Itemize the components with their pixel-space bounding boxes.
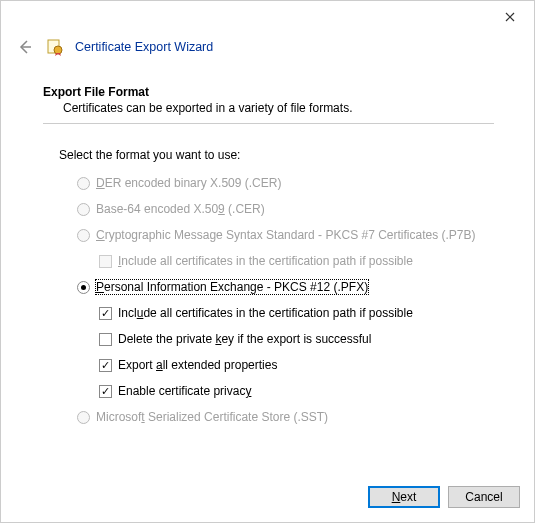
wizard-title: Certificate Export Wizard: [75, 40, 213, 54]
radio-icon: [77, 281, 90, 294]
close-button[interactable]: [490, 3, 530, 31]
section-subtitle: Certificates can be exported in a variet…: [43, 101, 494, 115]
radio-pkcs7-label: Cryptographic Message Syntax Standard - …: [96, 228, 476, 242]
radio-der-label: DER encoded binary X.509 (.CER): [96, 176, 281, 190]
radio-icon: [77, 229, 90, 242]
radio-base64-label: Base-64 encoded X.509 (.CER): [96, 202, 265, 216]
certificate-icon: [45, 37, 65, 57]
format-prompt: Select the format you want to use:: [43, 148, 494, 162]
radio-icon: [77, 411, 90, 424]
radio-sst-label: Microsoft Serialized Certificate Store (…: [96, 410, 328, 424]
check-pfx-enable-privacy[interactable]: ✓ Enable certificate privacy: [99, 382, 494, 400]
format-radio-group: DER encoded binary X.509 (.CER) Base-64 …: [43, 174, 494, 426]
radio-icon: [77, 177, 90, 190]
svg-point-4: [54, 46, 62, 54]
back-arrow-icon: [17, 39, 33, 55]
content-area: Export File Format Certificates can be e…: [1, 63, 534, 444]
check-pfx-export-extended[interactable]: ✓ Export all extended properties: [99, 356, 494, 374]
next-button[interactable]: Next: [368, 486, 440, 508]
check-pfx-delete-key[interactable]: Delete the private key if the export is …: [99, 330, 494, 348]
checkbox-icon: [99, 333, 112, 346]
radio-icon: [77, 203, 90, 216]
back-button[interactable]: [15, 37, 35, 57]
cancel-button[interactable]: Cancel: [448, 486, 520, 508]
radio-pkcs7: Cryptographic Message Syntax Standard - …: [77, 226, 494, 244]
check-pkcs7-include-label: Include all certificates in the certific…: [118, 254, 413, 268]
check-pfx-include-path[interactable]: ✓ Include all certificates in the certif…: [99, 304, 494, 322]
radio-pfx-label: Personal Information Exchange - PKCS #12…: [96, 280, 368, 294]
wizard-header: Certificate Export Wizard: [1, 33, 534, 63]
checkbox-icon: ✓: [99, 385, 112, 398]
check-pfx-delete-key-label: Delete the private key if the export is …: [118, 332, 371, 346]
check-pfx-enable-privacy-label: Enable certificate privacy: [118, 384, 251, 398]
radio-base64: Base-64 encoded X.509 (.CER): [77, 200, 494, 218]
divider: [43, 123, 494, 124]
titlebar: [1, 1, 534, 33]
footer-buttons: Next Cancel: [368, 486, 520, 508]
check-pfx-export-extended-label: Export all extended properties: [118, 358, 277, 372]
check-pfx-include-path-label: Include all certificates in the certific…: [118, 306, 413, 320]
check-pkcs7-include: Include all certificates in the certific…: [99, 252, 494, 270]
checkbox-icon: ✓: [99, 359, 112, 372]
checkbox-icon: [99, 255, 112, 268]
radio-pfx[interactable]: Personal Information Exchange - PKCS #12…: [77, 278, 494, 296]
close-icon: [505, 12, 515, 22]
section-title: Export File Format: [43, 85, 494, 99]
radio-der: DER encoded binary X.509 (.CER): [77, 174, 494, 192]
radio-sst: Microsoft Serialized Certificate Store (…: [77, 408, 494, 426]
checkbox-icon: ✓: [99, 307, 112, 320]
